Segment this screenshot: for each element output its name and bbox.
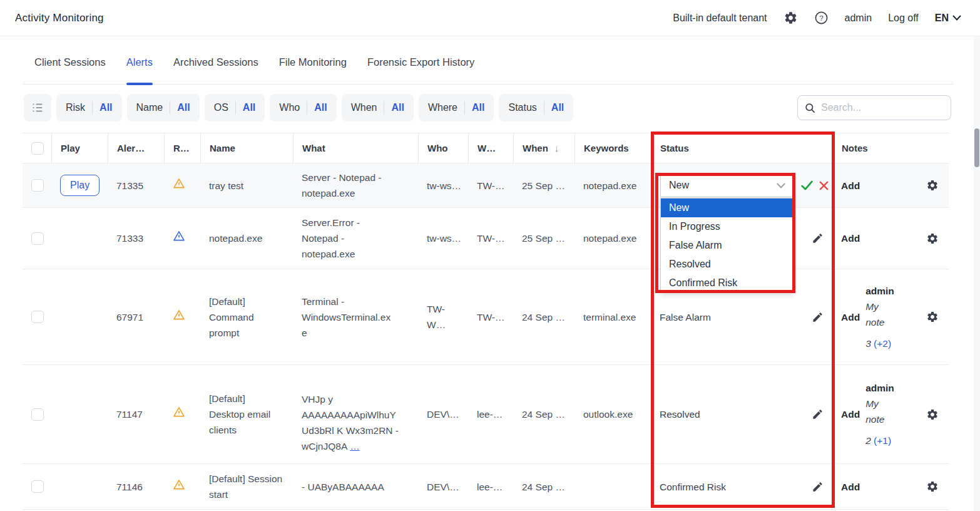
- warning-triangle-icon: [173, 230, 185, 247]
- status-value: Confirmed Risk: [660, 479, 726, 495]
- alert-when: 24 Sep …: [513, 269, 574, 364]
- status-cell: Confirmed Risk: [651, 464, 832, 509]
- alert-keywords: notepad.exe: [574, 208, 651, 269]
- filter-chip-status[interactable]: StatusAll: [499, 94, 573, 121]
- status-value: False Alarm: [660, 309, 711, 325]
- note-author: admin: [865, 286, 894, 296]
- warning-triangle-icon: [173, 406, 185, 423]
- select-all-checkbox[interactable]: [31, 142, 44, 155]
- edit-status-icon[interactable]: [812, 311, 824, 323]
- search-icon: [804, 102, 816, 114]
- col-header-what[interactable]: What: [293, 133, 418, 163]
- settings-icon[interactable]: [783, 11, 798, 25]
- table-row-71147: 71147 [Default] Desktop email clients VH…: [23, 365, 949, 464]
- alert-who: tw-ws…: [418, 208, 468, 269]
- filter-bar: RiskAll NameAll OSAll WhoAll WhenAll Whe…: [24, 94, 956, 121]
- row-settings-icon[interactable]: [926, 232, 939, 245]
- search-input[interactable]: [821, 102, 951, 113]
- row-settings-icon[interactable]: [926, 311, 939, 323]
- edit-status-icon[interactable]: [812, 232, 824, 244]
- status-cell: Resolved: [651, 365, 832, 463]
- dropdown-option-new[interactable]: New: [661, 199, 793, 217]
- col-header-status[interactable]: Status: [651, 133, 832, 163]
- language-selector[interactable]: EN: [935, 13, 961, 24]
- row-settings-icon[interactable]: [926, 408, 939, 421]
- play-button[interactable]: Play: [60, 175, 100, 196]
- alert-name: [Default] Command prompt: [200, 269, 293, 364]
- vertical-scrollbar-thumb[interactable]: [974, 128, 979, 167]
- row-settings-icon[interactable]: [926, 480, 939, 493]
- divider: [170, 101, 170, 115]
- col-header-risk[interactable]: R…: [164, 133, 200, 163]
- add-note-button[interactable]: Add: [841, 178, 860, 194]
- alert-when: 24 Sep …: [513, 365, 574, 463]
- divider: [384, 101, 384, 115]
- filter-value[interactable]: All: [391, 102, 404, 113]
- filter-chip-who[interactable]: WhoAll: [270, 94, 336, 121]
- tab-client-sessions[interactable]: Client Sessions: [34, 56, 106, 84]
- edit-status-icon[interactable]: [812, 481, 824, 493]
- col-header-name[interactable]: Name: [200, 133, 293, 163]
- filter-value[interactable]: All: [177, 102, 190, 113]
- add-note-button[interactable]: Add: [841, 479, 860, 495]
- row-checkbox[interactable]: [31, 179, 44, 192]
- filter-chip-where[interactable]: WhereAll: [419, 94, 494, 121]
- add-note-button[interactable]: Add: [841, 230, 860, 246]
- add-note-button[interactable]: Add: [841, 406, 860, 422]
- edit-status-icon[interactable]: [812, 408, 824, 420]
- note-preview: admin My note 3 (+2): [865, 283, 901, 351]
- col-header-play[interactable]: Play: [51, 133, 108, 163]
- topbar: Activity Monitoring Built-in default ten…: [0, 0, 980, 36]
- col-header-where[interactable]: W…: [468, 133, 513, 163]
- chevron-down-icon: [952, 15, 961, 21]
- col-header-who[interactable]: Who: [418, 133, 468, 163]
- column-list-icon[interactable]: [24, 94, 51, 121]
- row-checkbox[interactable]: [31, 480, 44, 493]
- more-notes-link[interactable]: (+1): [874, 433, 891, 448]
- filter-label: Risk: [66, 102, 85, 113]
- warning-triangle-icon: [173, 177, 185, 194]
- col-header-alert-id[interactable]: Aler…: [108, 133, 164, 163]
- dropdown-option-confirmed-risk[interactable]: Confirmed Risk: [661, 274, 793, 292]
- dropdown-option-false-alarm[interactable]: False Alarm: [661, 236, 793, 255]
- row-checkbox[interactable]: [31, 408, 44, 421]
- filter-value[interactable]: All: [243, 102, 255, 113]
- col-header-when[interactable]: When ↓: [513, 133, 574, 163]
- divider: [464, 101, 465, 115]
- tab-file-monitoring[interactable]: File Monitoring: [279, 56, 347, 84]
- alert-id: 71147: [108, 365, 164, 463]
- filter-chip-risk[interactable]: RiskAll: [56, 94, 122, 121]
- alert-when: 25 Sep …: [513, 163, 574, 207]
- status-select[interactable]: New: [660, 173, 794, 197]
- help-icon[interactable]: ?: [814, 11, 829, 25]
- logoff-link[interactable]: Log off: [888, 13, 919, 24]
- activity-monitoring-page: Activity Monitoring Built-in default ten…: [0, 0, 980, 511]
- cancel-x-icon[interactable]: [819, 181, 829, 190]
- filter-chip-os[interactable]: OSAll: [205, 94, 265, 121]
- filter-chip-name[interactable]: NameAll: [127, 94, 200, 121]
- user-menu[interactable]: admin: [845, 13, 872, 24]
- filter-chip-when[interactable]: WhenAll: [342, 94, 414, 121]
- more-notes-link[interactable]: (+2): [874, 336, 891, 351]
- alert-where: TW-…: [468, 163, 513, 207]
- row-settings-icon[interactable]: [926, 179, 939, 192]
- dropdown-option-in-progress[interactable]: In Progress: [661, 217, 793, 236]
- col-header-keywords[interactable]: Keywords: [574, 133, 651, 163]
- confirm-check-icon[interactable]: [800, 180, 814, 191]
- dropdown-option-resolved[interactable]: Resolved: [661, 255, 793, 274]
- add-note-button[interactable]: Add: [841, 309, 860, 325]
- sort-desc-icon[interactable]: ↓: [554, 140, 559, 156]
- tab-forensic-export-history[interactable]: Forensic Export History: [367, 56, 474, 84]
- col-header-notes[interactable]: Notes: [832, 133, 949, 163]
- tab-archived-sessions[interactable]: Archived Sessions: [173, 56, 258, 84]
- row-checkbox[interactable]: [31, 311, 44, 323]
- row-checkbox[interactable]: [31, 232, 44, 245]
- filter-value[interactable]: All: [472, 102, 484, 113]
- filter-value[interactable]: All: [314, 102, 327, 113]
- tab-alerts[interactable]: Alerts: [126, 56, 153, 84]
- filter-value[interactable]: All: [551, 102, 564, 113]
- alert-name: [Default] Desktop email clients: [200, 365, 293, 463]
- alert-who: tw-ws…: [418, 163, 468, 207]
- filter-value[interactable]: All: [100, 102, 112, 113]
- expand-what-link[interactable]: …: [350, 441, 360, 452]
